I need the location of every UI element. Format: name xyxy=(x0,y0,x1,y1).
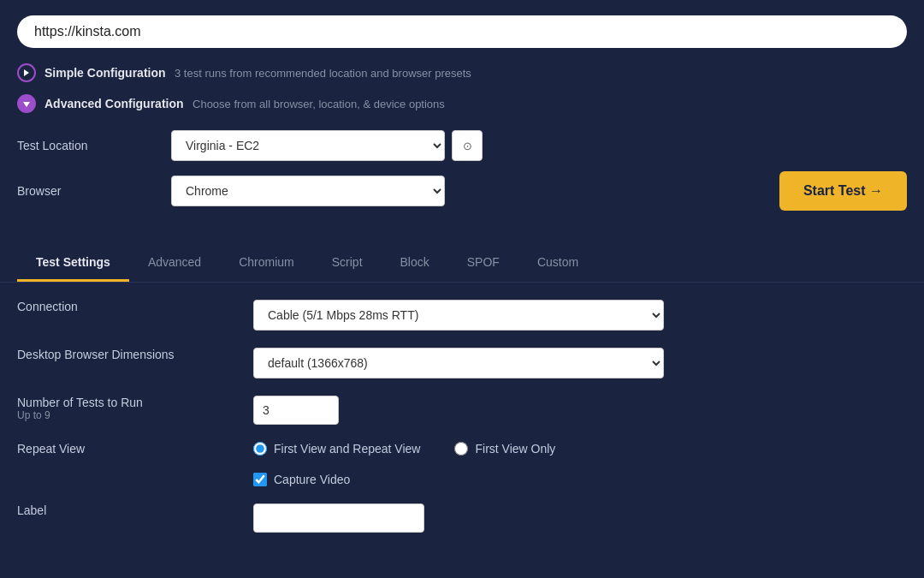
simple-config-label: Simple Configuration xyxy=(44,66,166,80)
tabs-container: Test Settings Advanced Chromium Script B… xyxy=(0,245,924,283)
url-bar-container xyxy=(17,15,907,48)
tab-custom[interactable]: Custom xyxy=(518,245,597,282)
desktop-dimensions-label-wrap: Desktop Browser Dimensions xyxy=(17,348,240,361)
desktop-dimensions-select[interactable]: default (1366x768) 1024x768 1280x1024 19… xyxy=(253,348,664,378)
connection-label-wrap: Connection xyxy=(17,300,240,313)
location-pin-button[interactable]: ⊙ xyxy=(452,130,483,161)
simple-config-icon xyxy=(17,63,36,82)
browser-controls: Chrome Firefox Safari Edge xyxy=(171,176,779,206)
chevron-down-icon xyxy=(21,98,32,109)
capture-video-control: Capture Video xyxy=(253,473,907,486)
test-location-select[interactable]: Virginia - EC2 California London Tokyo S… xyxy=(171,130,445,161)
desktop-dimensions-row: Desktop Browser Dimensions default (1366… xyxy=(17,348,907,378)
location-pin-icon: ⊙ xyxy=(463,140,472,152)
num-tests-row: Number of Tests to Run Up to 9 xyxy=(17,396,907,425)
test-location-label: Test Location xyxy=(17,139,171,152)
tab-chromium[interactable]: Chromium xyxy=(220,245,313,282)
repeat-view-first-and-repeat[interactable]: First View and Repeat View xyxy=(253,442,420,456)
browser-select[interactable]: Chrome Firefox Safari Edge xyxy=(171,176,445,206)
svg-marker-0 xyxy=(24,69,29,76)
url-input[interactable] xyxy=(34,24,890,39)
capture-video-checkbox[interactable] xyxy=(253,473,267,486)
label-row: Label xyxy=(17,504,907,533)
capture-video-checkbox-item[interactable]: Capture Video xyxy=(253,473,907,486)
num-tests-label: Number of Tests to Run xyxy=(17,396,240,409)
browser-label: Browser xyxy=(17,184,171,198)
radio-first-and-repeat-label: First View and Repeat View xyxy=(274,442,420,456)
simple-config-description: 3 test runs from recommended location an… xyxy=(175,67,471,80)
label-field-control xyxy=(253,504,907,533)
num-tests-control xyxy=(253,396,907,425)
test-location-controls: Virginia - EC2 California London Tokyo S… xyxy=(171,130,907,161)
advanced-config-description: Choose from all browser, location, & dev… xyxy=(192,98,445,110)
advanced-config-option[interactable]: Advanced Configuration Choose from all b… xyxy=(17,94,907,113)
label-field-label: Label xyxy=(17,504,240,517)
capture-video-row: Capture Video xyxy=(17,473,907,486)
advanced-config-label: Advanced Configuration xyxy=(44,97,184,110)
repeat-view-label: Repeat View xyxy=(17,442,240,456)
start-test-button[interactable]: Start Test → xyxy=(779,171,907,211)
capture-video-label: Capture Video xyxy=(274,473,350,486)
label-field-label-wrap: Label xyxy=(17,504,240,517)
repeat-view-control: First View and Repeat View First View On… xyxy=(253,442,907,456)
desktop-dimensions-label: Desktop Browser Dimensions xyxy=(17,348,240,361)
browser-start-row: Browser Chrome Firefox Safari Edge Start… xyxy=(0,166,924,224)
chevron-right-icon xyxy=(21,68,32,78)
tab-script[interactable]: Script xyxy=(313,245,382,282)
num-tests-input[interactable] xyxy=(253,396,339,425)
label-input[interactable] xyxy=(253,504,424,533)
repeat-view-row: Repeat View First View and Repeat View F… xyxy=(17,442,907,456)
connection-control: Cable (5/1 Mbps 28ms RTT) DSL (1.5/0.384… xyxy=(253,300,907,331)
config-section: Simple Configuration 3 test runs from re… xyxy=(0,63,924,113)
connection-row: Connection Cable (5/1 Mbps 28ms RTT) DSL… xyxy=(17,300,907,331)
tab-advanced[interactable]: Advanced xyxy=(129,245,220,282)
desktop-dimensions-control: default (1366x768) 1024x768 1280x1024 19… xyxy=(253,348,907,378)
radio-first-only[interactable] xyxy=(454,442,468,456)
num-tests-sublabel: Up to 9 xyxy=(17,409,240,421)
simple-config-option[interactable]: Simple Configuration 3 test runs from re… xyxy=(17,63,907,82)
connection-select[interactable]: Cable (5/1 Mbps 28ms RTT) DSL (1.5/0.384… xyxy=(253,300,664,331)
advanced-config-icon xyxy=(17,94,36,113)
test-location-row: Test Location Virginia - EC2 California … xyxy=(0,125,924,166)
svg-marker-1 xyxy=(23,102,30,107)
num-tests-label-wrap: Number of Tests to Run Up to 9 xyxy=(17,396,240,421)
repeat-view-label-wrap: Repeat View xyxy=(17,442,240,456)
radio-first-and-repeat[interactable] xyxy=(253,442,267,456)
repeat-view-first-only[interactable]: First View Only xyxy=(454,442,555,456)
radio-first-only-label: First View Only xyxy=(475,442,555,456)
tab-block[interactable]: Block xyxy=(382,245,448,282)
tab-spof[interactable]: SPOF xyxy=(448,245,518,282)
connection-label: Connection xyxy=(17,300,240,313)
settings-content: Connection Cable (5/1 Mbps 28ms RTT) DSL… xyxy=(0,283,924,533)
tab-test-settings[interactable]: Test Settings xyxy=(17,245,129,282)
